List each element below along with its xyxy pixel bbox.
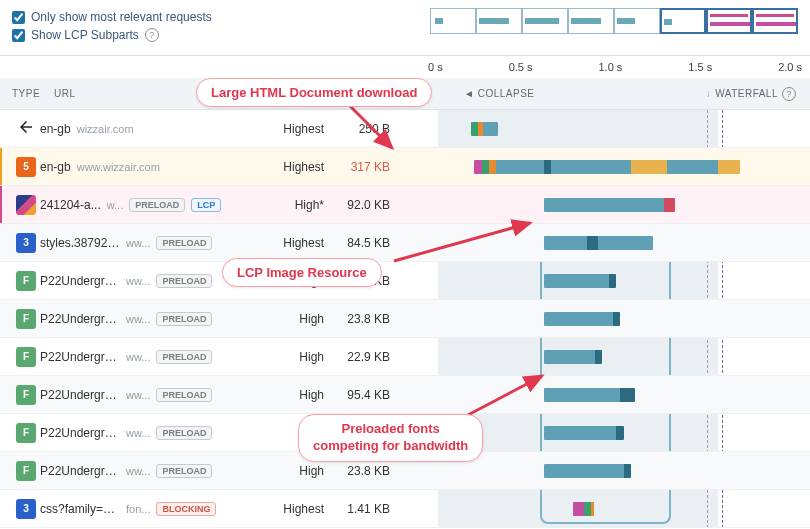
- request-table: en-gbwizzair.comHighest250 B5en-gbwww.wi…: [0, 110, 810, 528]
- priority: High: [264, 350, 334, 364]
- waterfall-cell: [438, 452, 802, 489]
- tick: 0.5 s: [509, 61, 533, 73]
- redirect-icon: [17, 118, 35, 139]
- css-icon: 3: [16, 233, 36, 253]
- url-cell: P22Undergro...ww...PRELOAD: [40, 426, 264, 440]
- font-icon: F: [16, 309, 36, 329]
- size: 23.8 KB: [334, 312, 404, 326]
- size: 95.4 KB: [334, 388, 404, 402]
- tag-preload: PRELOAD: [156, 274, 212, 288]
- request-name: styles.38792....: [40, 236, 120, 250]
- request-host: ww...: [126, 351, 150, 363]
- filter-only-relevant-label: Only show most relevant requests: [31, 10, 212, 24]
- filter-lcp-subparts-checkbox[interactable]: [12, 29, 25, 42]
- request-host: fon...: [126, 503, 150, 515]
- filter-checkboxes: Only show most relevant requests Show LC…: [12, 6, 212, 42]
- size: 317 KB: [334, 160, 404, 174]
- request-name: en-gb: [40, 160, 71, 174]
- url-cell: en-gbwizzair.com: [40, 122, 264, 136]
- tick: 1.5 s: [688, 61, 712, 73]
- annotation-lcp: LCP Image Resource: [222, 258, 382, 287]
- priority: Highest: [264, 160, 334, 174]
- filter-only-relevant[interactable]: Only show most relevant requests: [12, 10, 212, 24]
- tick: 1.0 s: [598, 61, 622, 73]
- table-row[interactable]: FP22Undergro...ww...PRELOADHigh23.8 KB: [0, 300, 810, 338]
- help-icon[interactable]: ?: [782, 87, 796, 101]
- size: 92.0 KB: [334, 198, 404, 212]
- tick: 2.0 s: [778, 61, 802, 73]
- request-name: P22Undergro...: [40, 464, 120, 478]
- request-host: ww...: [126, 275, 150, 287]
- header-type[interactable]: TYPE: [12, 88, 54, 99]
- request-name: css?family=S...: [40, 502, 120, 516]
- url-cell: css?family=S...fon...BLOCKING: [40, 502, 264, 516]
- tick: 0 s: [428, 61, 443, 73]
- table-row[interactable]: FP22Undergro...ww...PRELOADHigh95.4 KB: [0, 376, 810, 414]
- size: 23.8 KB: [334, 464, 404, 478]
- table-row[interactable]: 5en-gbwww.wizzair.comHighest317 KB: [0, 148, 810, 186]
- top-bar: Only show most relevant requests Show LC…: [0, 0, 810, 56]
- request-host: ww...: [126, 389, 150, 401]
- css-icon: 3: [16, 499, 36, 519]
- priority: Highest: [264, 502, 334, 516]
- header-collapse[interactable]: ◄ COLLAPSE: [464, 88, 535, 99]
- request-name: P22Undergro...: [40, 426, 120, 440]
- font-icon: F: [16, 385, 36, 405]
- request-host: ww...: [126, 237, 150, 249]
- table-row[interactable]: FP22Undergro...ww...PRELOADHigh22.9 KB: [0, 338, 810, 376]
- tag-lcp: LCP: [191, 198, 221, 212]
- tag-preload: PRELOAD: [156, 464, 212, 478]
- waterfall-cell: [438, 148, 802, 185]
- request-name: 241204-a...: [40, 198, 101, 212]
- waterfall-cell: [438, 300, 802, 337]
- annotation-html: Large HTML Document download: [196, 78, 432, 107]
- priority: Highest: [264, 122, 334, 136]
- tag-preload: PRELOAD: [156, 388, 212, 402]
- minimap[interactable]: [430, 6, 798, 34]
- url-cell: P22Undergro...ww...PRELOAD: [40, 388, 264, 402]
- request-host: ww...: [126, 313, 150, 325]
- waterfall-cell: [438, 110, 802, 147]
- request-host: w...: [107, 199, 124, 211]
- filter-lcp-subparts-label: Show LCP Subparts: [31, 28, 139, 42]
- table-row[interactable]: en-gbwizzair.comHighest250 B: [0, 110, 810, 148]
- url-cell: P22Undergro...ww...PRELOAD: [40, 350, 264, 364]
- waterfall-cell: [438, 262, 802, 299]
- priority: High: [264, 388, 334, 402]
- request-host: ww...: [126, 465, 150, 477]
- annotation-fonts: Preloaded fontscompeting for bandwidth: [298, 414, 483, 462]
- waterfall-cell: [438, 490, 802, 527]
- font-icon: F: [16, 271, 36, 291]
- url-cell: P22Undergro...ww...PRELOAD: [40, 312, 264, 326]
- size: 22.9 KB: [334, 350, 404, 364]
- request-name: P22Undergro...: [40, 312, 120, 326]
- request-name: P22Undergro...: [40, 388, 120, 402]
- filter-only-relevant-checkbox[interactable]: [12, 11, 25, 24]
- table-row[interactable]: 3css?family=S...fon...BLOCKINGHighest1.4…: [0, 490, 810, 528]
- priority: Highest: [264, 236, 334, 250]
- request-host: ww...: [126, 427, 150, 439]
- request-name: en-gb: [40, 122, 71, 136]
- request-host: wizzair.com: [77, 123, 134, 135]
- tag-preload: PRELOAD: [156, 312, 212, 326]
- request-host: www.wizzair.com: [77, 161, 160, 173]
- size: 1.41 KB: [334, 502, 404, 516]
- table-row[interactable]: FP22Undergro...ww...PRELOADHigh23.8 KB: [0, 262, 810, 300]
- priority: High: [264, 464, 334, 478]
- tag-blocking: BLOCKING: [156, 502, 216, 516]
- request-name: P22Undergro...: [40, 274, 120, 288]
- filter-lcp-subparts[interactable]: Show LCP Subparts ?: [12, 28, 212, 42]
- font-icon: F: [16, 423, 36, 443]
- tag-preload: PRELOAD: [156, 350, 212, 364]
- time-axis: 0 s 0.5 s 1.0 s 1.5 s 2.0 s: [428, 56, 802, 78]
- tag-preload: PRELOAD: [156, 236, 212, 250]
- url-cell: P22Undergro...ww...PRELOAD: [40, 464, 264, 478]
- tag-preload: PRELOAD: [156, 426, 212, 440]
- header-waterfall[interactable]: ↓WATERFALL ?: [706, 87, 796, 101]
- font-icon: F: [16, 347, 36, 367]
- help-icon[interactable]: ?: [145, 28, 159, 42]
- font-icon: F: [16, 461, 36, 481]
- url-cell: styles.38792....ww...PRELOAD: [40, 236, 264, 250]
- request-name: P22Undergro...: [40, 350, 120, 364]
- img-icon: [16, 195, 36, 215]
